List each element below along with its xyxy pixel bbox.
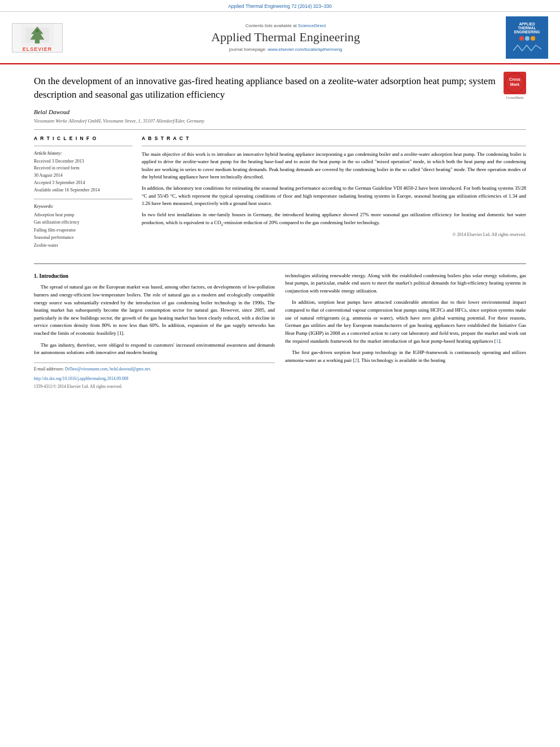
email-link-2[interactable]: belal.dawoud@gmx.net xyxy=(110,366,150,372)
logo-wave-icon xyxy=(513,42,541,54)
abstract-para1: The main objective of this work is to in… xyxy=(142,151,526,182)
intro-right-para3: The first gas-driven sorption heat pump … xyxy=(285,349,526,364)
body-two-column: 1. Introduction The spread of natural ga… xyxy=(0,272,560,390)
sciencedirect-link[interactable]: ScienceDirect xyxy=(298,23,326,28)
elsevier-logo-box: ELSEVIER xyxy=(12,23,63,53)
keyword-2: Gas utilization efficiency xyxy=(34,219,133,226)
history-label: Article history: xyxy=(34,151,133,156)
logo-circle-red xyxy=(519,36,524,41)
body-right-col: technologies utilizing renewable energy.… xyxy=(285,272,526,390)
copyright-text: © 2014 Elsevier Ltd. All rights reserved… xyxy=(142,232,526,237)
journal-title: Applied Thermal Engineering xyxy=(71,30,500,45)
logo-circle-blue xyxy=(525,36,530,41)
svg-text:Cross: Cross xyxy=(509,77,520,81)
title-divider xyxy=(34,129,526,130)
info-top-divider xyxy=(34,146,133,146)
keyword-1: Adsorption heat pump xyxy=(34,211,133,219)
revised-date: 30 August 2014 xyxy=(34,172,133,180)
svg-text:Mark: Mark xyxy=(510,82,519,86)
footnote-area: E-mail addresses: DrDaw@viessmann.com, b… xyxy=(34,362,275,372)
svg-point-3 xyxy=(36,29,39,32)
keyword-3: Falling film evaporator xyxy=(34,226,133,234)
crossmark-label: CrossMark xyxy=(504,95,526,100)
accepted-date: Accepted 3 September 2014 xyxy=(34,180,133,187)
article-info-abstract: A R T I C L E I N F O Article history: R… xyxy=(34,136,526,250)
elsevier-text-logo: ELSEVIER xyxy=(23,46,53,52)
top-bar: Applied Thermal Engineering 72 (2014) 32… xyxy=(0,0,560,12)
article-title: On the development of an innovative gas-… xyxy=(34,75,526,102)
abstract-col: A B S T R A C T The main objective of th… xyxy=(142,136,526,250)
crossmark-area: Cross Mark CrossMark xyxy=(504,72,526,100)
ref-1: 1 xyxy=(496,338,498,344)
author-name: Belal Dawoud xyxy=(34,108,526,115)
keyword-4: Seasonal performance xyxy=(34,234,133,242)
journal-reference: Applied Thermal Engineering 72 (2014) 32… xyxy=(228,3,332,9)
intro-right-para2: In addition, sorption heat pumps have at… xyxy=(285,299,526,345)
keywords-label: Keywords: xyxy=(34,204,133,209)
logo-circle-orange xyxy=(531,36,535,41)
crossmark-icon: Cross Mark xyxy=(504,72,526,94)
doi-link: http://dx.doi.org/10.1016/j.applthermale… xyxy=(34,375,275,382)
email-label: E-mail addresses: xyxy=(34,366,64,372)
journal-header: ELSEVIER Contents lists available at Sci… xyxy=(0,12,560,64)
intro-para1: The spread of natural gas on the Europea… xyxy=(34,283,275,337)
page-wrapper: Applied Thermal Engineering 72 (2014) 32… xyxy=(0,0,560,390)
affiliation: Viessmann Werke Allendorf GmbH, Viessman… xyxy=(34,118,526,124)
body-left-col: 1. Introduction The spread of natural ga… xyxy=(34,272,275,390)
doi-area: http://dx.doi.org/10.1016/j.applthermale… xyxy=(34,375,275,390)
article-info-heading: A R T I C L E I N F O xyxy=(34,136,133,141)
email-link-1[interactable]: DrDaw@viessmann.com xyxy=(65,366,107,372)
abstract-heading: A B S T R A C T xyxy=(142,136,526,141)
article-info-col: A R T I C L E I N F O Article history: R… xyxy=(34,136,133,250)
article-area: Cross Mark CrossMark On the development … xyxy=(0,64,560,255)
intro-right-para1: technologies utilizing renewable energy.… xyxy=(285,272,526,295)
elsevier-tree-icon xyxy=(18,24,57,46)
revised-label: Received in revised form xyxy=(34,165,133,172)
abstract-para2: In addition, the laboratory test conditi… xyxy=(142,185,526,208)
section-divider xyxy=(34,263,526,264)
journal-logo-box: APPLIED THERMAL ENGINEERING xyxy=(506,16,548,59)
sciencedirect-label: Contents lists available at ScienceDirec… xyxy=(71,23,500,28)
keyword-5: Zeolite-water xyxy=(34,242,133,250)
journal-logo-right: APPLIED THERMAL ENGINEERING xyxy=(506,16,551,59)
journal-center: Contents lists available at ScienceDirec… xyxy=(71,23,500,52)
available-date: Available online 16 September 2014 xyxy=(34,187,133,194)
abstract-para3: In two field test installations in one-f… xyxy=(142,211,526,228)
doi-url[interactable]: http://dx.doi.org/10.1016/j.applthermale… xyxy=(34,376,128,381)
journal-homepage: journal homepage: www.elsevier.com/locat… xyxy=(71,47,500,52)
ref-2: 2 xyxy=(355,357,357,363)
homepage-url[interactable]: www.elsevier.com/locate/apthermeng xyxy=(268,47,342,52)
intro-heading: 1. Introduction xyxy=(34,272,275,281)
footnote-email: E-mail addresses: DrDaw@viessmann.com, b… xyxy=(34,366,275,372)
elsevier-logo-area: ELSEVIER xyxy=(9,23,65,53)
co2-subscript: 2 xyxy=(221,222,223,226)
issn-text: 1359-4311/© 2014 Elsevier Ltd. All right… xyxy=(34,383,275,390)
intro-para2: The gas industry, therefore, were oblige… xyxy=(34,342,275,357)
received-date: Received 3 December 2013 xyxy=(34,158,133,165)
logo-circles xyxy=(519,36,535,41)
crossmark-svg: Cross Mark xyxy=(505,73,525,93)
keywords-divider xyxy=(34,199,133,199)
abstract-top-divider xyxy=(142,146,526,146)
